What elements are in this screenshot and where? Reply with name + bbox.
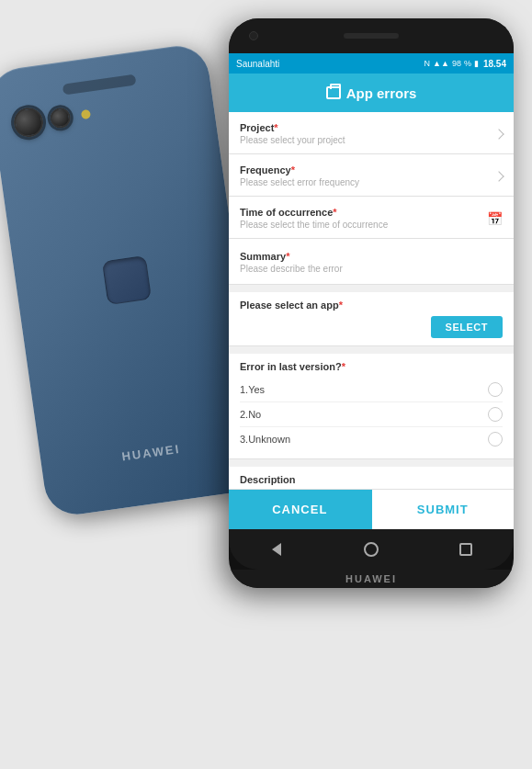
time-label: 18.54 xyxy=(483,59,506,69)
time-required: * xyxy=(333,207,336,218)
summary-required: * xyxy=(286,251,289,262)
frequency-field-inner: Frequency* Please select error frequency xyxy=(240,164,492,187)
status-bar: Saunalahti N ▲▲ 98 % ▮ 18.54 xyxy=(229,53,514,74)
bottom-buttons: CANCEL SUBMIT xyxy=(229,489,514,529)
frequency-field[interactable]: Frequency* Please select error frequency xyxy=(229,154,514,197)
select-app-button[interactable]: SELECT xyxy=(431,316,503,338)
time-field[interactable]: Time of occurrence* Please select the ti… xyxy=(229,197,514,239)
project-placeholder: Please select your project xyxy=(240,135,492,145)
nav-back-button[interactable] xyxy=(260,533,293,566)
section-gap-3 xyxy=(229,459,514,467)
brand-label-back: HUAWEI xyxy=(121,442,181,464)
speaker-grille xyxy=(344,33,399,39)
frequency-label: Frequency* xyxy=(240,164,492,175)
form-content[interactable]: Project* Please select your project Freq… xyxy=(229,112,514,489)
battery-percent: % xyxy=(464,59,471,68)
error-section-label: Error in last version?* xyxy=(240,361,503,372)
recent-square-icon xyxy=(459,543,472,556)
error-required: * xyxy=(342,361,345,372)
lens-secondary xyxy=(49,107,72,130)
radio-unknown-label: 3.Unknown xyxy=(240,434,290,445)
phone-screen: Saunalahti N ▲▲ 98 % ▮ 18.54 App errors xyxy=(229,53,514,529)
app-select-required: * xyxy=(339,300,343,311)
project-required: * xyxy=(274,122,277,133)
app-header-title-text: App errors xyxy=(346,85,417,101)
battery-label: 98 xyxy=(452,59,461,68)
nav-home-button[interactable] xyxy=(355,533,388,566)
project-field[interactable]: Project* Please select your project xyxy=(229,112,514,154)
summary-placeholder: Please describe the error xyxy=(240,264,503,274)
lens-main xyxy=(12,106,45,139)
summary-field-inner: Summary* Please describe the error xyxy=(240,251,503,274)
radio-no-circle[interactable] xyxy=(488,407,503,422)
project-field-inner: Project* Please select your project xyxy=(240,122,492,145)
fingerprint-sensor-back xyxy=(102,255,152,305)
time-placeholder: Please select the time of occurrence xyxy=(240,220,487,230)
phone-front: Saunalahti N ▲▲ 98 % ▮ 18.54 App errors xyxy=(229,18,514,588)
radio-yes[interactable]: 1.Yes xyxy=(240,378,503,402)
nav-bar xyxy=(229,529,514,570)
brand-label-front: HUAWEI xyxy=(229,570,514,588)
signal-icon: ▲▲ xyxy=(433,59,449,68)
cancel-button[interactable]: CANCEL xyxy=(229,490,371,529)
radio-yes-circle[interactable] xyxy=(488,382,503,397)
app-select-area: Please select an app* SELECT xyxy=(229,292,514,346)
radio-yes-label: 1.Yes xyxy=(240,384,265,395)
select-button-row: SELECT xyxy=(240,316,503,338)
status-icons: N ▲▲ 98 % ▮ xyxy=(424,59,479,68)
app-select-label: Please select an app* xyxy=(240,300,503,311)
nav-recent-button[interactable] xyxy=(449,533,482,566)
app-header-icon xyxy=(326,86,341,99)
app-select-label-text: Please select an app xyxy=(240,300,339,311)
time-label: Time of occurrence* xyxy=(240,207,487,218)
radio-unknown-circle[interactable] xyxy=(488,432,503,447)
frequency-placeholder: Please select error frequency xyxy=(240,177,492,187)
front-camera xyxy=(249,31,258,40)
frequency-chevron xyxy=(493,171,504,181)
nfc-icon: N xyxy=(424,59,431,68)
error-label-text: Error in last version? xyxy=(240,361,342,372)
flash xyxy=(81,109,91,119)
time-field-inner: Time of occurrence* Please select the ti… xyxy=(240,207,487,230)
battery-icon: ▮ xyxy=(474,59,479,68)
project-label: Project* xyxy=(240,122,492,133)
camera-area xyxy=(12,99,93,139)
radio-no[interactable]: 2.No xyxy=(240,402,503,427)
home-circle-icon xyxy=(364,542,379,557)
submit-button[interactable]: SUBMIT xyxy=(371,490,515,529)
project-chevron xyxy=(493,129,504,139)
section-gap-1 xyxy=(229,285,514,292)
summary-label: Summary* xyxy=(240,251,503,262)
summary-field[interactable]: Summary* Please describe the error xyxy=(229,239,514,285)
phone-back: HUAWEI xyxy=(0,42,267,519)
header-title-group: App errors xyxy=(326,85,417,101)
calendar-icon[interactable]: 📅 xyxy=(487,211,503,226)
carrier-label: Saunalahti xyxy=(236,59,424,69)
error-section: Error in last version?* 1.Yes 2.No 3.Unk… xyxy=(229,354,514,459)
description-field[interactable]: Description xyxy=(229,467,514,489)
back-arrow-icon xyxy=(272,543,281,556)
top-bezel xyxy=(229,18,514,53)
section-gap-2 xyxy=(229,346,514,354)
radio-no-label: 2.No xyxy=(240,409,261,420)
frequency-required: * xyxy=(291,164,295,175)
description-label: Description xyxy=(240,474,503,485)
app-header: App errors xyxy=(229,74,514,112)
radio-unknown[interactable]: 3.Unknown xyxy=(240,427,503,451)
